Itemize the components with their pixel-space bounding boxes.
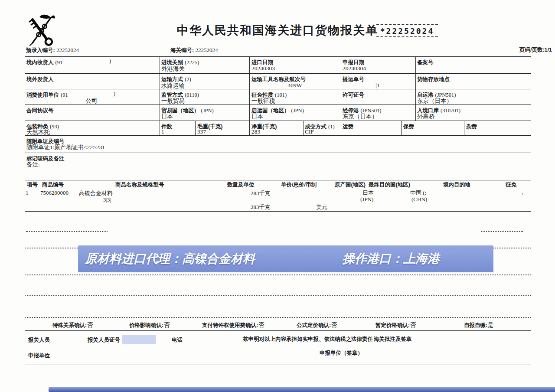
goods-header-item-no: 项号 bbox=[27, 181, 38, 189]
field-insurance: 保费 bbox=[403, 122, 414, 130]
divider-line bbox=[25, 89, 531, 89]
divider-line bbox=[464, 121, 464, 135]
field-entry-customs-label: 进境关别 bbox=[161, 59, 183, 65]
goods-header-exemption: 征免 bbox=[506, 181, 516, 189]
field-pieces-value: 1 bbox=[161, 128, 164, 135]
field-consignee: 境内收货人 (91 bbox=[26, 58, 62, 66]
confirmation-label: 价格影响确认: bbox=[129, 322, 163, 328]
field-insurance-label: 保费 bbox=[403, 124, 414, 130]
divider-line bbox=[25, 180, 531, 180]
field-net-weight-value: 283 bbox=[251, 128, 260, 135]
confirmation-label: 特殊关系确认: bbox=[52, 322, 87, 328]
field-transport-mode-code: (2) bbox=[185, 76, 191, 82]
divider-line bbox=[25, 121, 531, 121]
bottom-blue-bar bbox=[49, 387, 555, 392]
field-consignee-code: (91 bbox=[56, 59, 63, 65]
item-dest-code: (CHN) bbox=[411, 196, 427, 203]
field-departure-country-code: (JPN) bbox=[291, 108, 304, 114]
banner-right-text: 操作港口：上海港 bbox=[343, 251, 440, 267]
divider-line bbox=[25, 56, 25, 365]
field-departure-country-value: 日本 bbox=[251, 113, 263, 121]
confirmation-provisional-price: 暂定价格确认:否 bbox=[375, 321, 416, 329]
declare-unit-label: 申报单位 bbox=[28, 352, 50, 359]
field-trade-country-value: 日本 bbox=[161, 113, 173, 121]
field-import-date-value: 20240303 bbox=[251, 65, 275, 72]
divider-line bbox=[25, 211, 531, 212]
dotted-divider bbox=[481, 231, 523, 232]
pre-entry-label: 预录入编号: bbox=[26, 47, 55, 53]
field-declare-date-value: 20240304 bbox=[343, 65, 366, 72]
confirmation-value: 否 bbox=[410, 322, 416, 328]
confirmation-label: 公式定价确认: bbox=[297, 322, 331, 328]
goods-header-price: 单价/总价/币制 bbox=[281, 181, 317, 189]
confirmation-royalty-payment: 支付特许权使用费确认:否 bbox=[202, 321, 264, 329]
confirmation-self-declaration: 自报自缴:是 bbox=[464, 321, 493, 329]
field-contract-no-label: 合同协议号 bbox=[26, 108, 54, 114]
confirmation-value: 是 bbox=[487, 322, 493, 328]
pre-entry-number: 预录入编号: 22252024 bbox=[26, 47, 79, 54]
confirmation-special-relation: 特殊关系确认:否 bbox=[52, 321, 93, 329]
field-transport-mode-value: 水路运输 bbox=[161, 82, 185, 90]
declarant-label: 报关人员 bbox=[28, 336, 50, 344]
field-entry-port-value: 外高桥 bbox=[417, 113, 435, 121]
field-import-date-label: 进口日期 bbox=[251, 59, 273, 65]
divider-line bbox=[304, 121, 304, 135]
item-quantity: 283千克 bbox=[251, 189, 271, 197]
goods-header-domestic-dest: 境内目的地 bbox=[443, 181, 470, 189]
field-transport-mode-label: 运输方式 bbox=[161, 76, 183, 82]
field-consumer-unit-value: 公司 bbox=[26, 97, 157, 105]
field-gross-weight-value: 337 bbox=[197, 128, 206, 135]
field-consignee-paren: ) bbox=[109, 58, 111, 65]
barcode-number: *22252024 bbox=[376, 24, 438, 37]
field-overseas-shipper-label: 境外发货人 bbox=[26, 76, 54, 82]
goods-header-final-dest: 最终目的国(地区) bbox=[369, 181, 410, 189]
field-marks-notes-value: 备注: bbox=[26, 161, 40, 169]
page-indicator: 页码/页数:1/1 bbox=[519, 46, 552, 54]
customs-notes-label: 海关批注及签章 bbox=[374, 336, 412, 343]
confirmation-price-influence: 价格影响确认:否 bbox=[129, 321, 170, 329]
field-packing-type-code: (93) bbox=[50, 124, 59, 130]
divider-line bbox=[249, 56, 250, 135]
divider-line bbox=[25, 135, 531, 136]
customs-declaration-sheet: 中华人民共和国海关进口货物报关单 *22252024 预录入编号: 222520… bbox=[0, 0, 555, 392]
goods-header-origin: 原产国(地区) bbox=[335, 181, 366, 189]
dotted-divider bbox=[25, 274, 531, 275]
confirmation-value: 否 bbox=[331, 322, 337, 328]
field-transit-port-value: 东京（日本） bbox=[343, 113, 378, 121]
item-spec: 3|3| bbox=[103, 196, 111, 203]
goods-header-name-spec: 商品名称及规格型号 bbox=[115, 181, 164, 189]
field-storage-place: 货物存放地点 bbox=[417, 75, 450, 83]
confirmation-label: 暂定价格确认: bbox=[375, 322, 410, 328]
field-license-no: 许可证号 bbox=[343, 90, 364, 98]
field-supervision-mode-code: (0110) bbox=[185, 92, 199, 98]
item-origin-code: (JPN) bbox=[360, 196, 373, 203]
field-freight-label: 运费 bbox=[343, 124, 353, 130]
pre-entry-value: 22252024 bbox=[56, 47, 79, 53]
banner-left-text: 原材料进口代理：高镍合金材料 bbox=[85, 251, 255, 267]
field-consignee-label: 境内收货人 bbox=[26, 59, 54, 65]
form-title: 中华人民共和国海关进口货物报关单 bbox=[0, 23, 555, 38]
field-trade-country-code: (JPN) bbox=[201, 108, 214, 114]
declarant-cert-label: 报关人员证号 bbox=[88, 336, 120, 344]
signature-label: 申报单位（签章） bbox=[320, 350, 363, 357]
dotted-divider bbox=[25, 295, 531, 296]
field-overseas-shipper: 境外发货人 bbox=[26, 75, 54, 83]
field-bill-no-label: 提运单号 bbox=[343, 76, 364, 82]
field-tax-nature-code: (101) bbox=[275, 92, 287, 98]
overlay-banner: 原材料进口代理：高镍合金材料 操作港口：上海港 bbox=[78, 245, 493, 272]
customs-number-label: 海关编号: bbox=[170, 47, 194, 53]
item-code: 7506200000 bbox=[40, 189, 69, 196]
divider-line bbox=[531, 56, 531, 365]
divider-line bbox=[25, 330, 531, 331]
field-freight: 运费 bbox=[343, 122, 353, 130]
customs-number-value: 22252024 bbox=[195, 47, 218, 53]
field-contract-no: 合同协议号 bbox=[26, 106, 54, 114]
field-attached-docs-value: 随附单证1:原产地证书<22>231 bbox=[26, 144, 105, 151]
field-supervision-mode-value: 一般贸易 bbox=[161, 97, 185, 105]
field-transport-name-label: 运输工具名称及航次号 bbox=[251, 76, 306, 82]
declaration-statement: 兹申明对以上内容承担如实申报、依法纳税之法律责任 bbox=[243, 336, 373, 343]
confirmation-label: 自报自缴: bbox=[464, 322, 487, 328]
divider-line bbox=[341, 56, 341, 135]
divider-line bbox=[160, 56, 160, 135]
field-entry-port-code: (310701) bbox=[441, 108, 460, 114]
